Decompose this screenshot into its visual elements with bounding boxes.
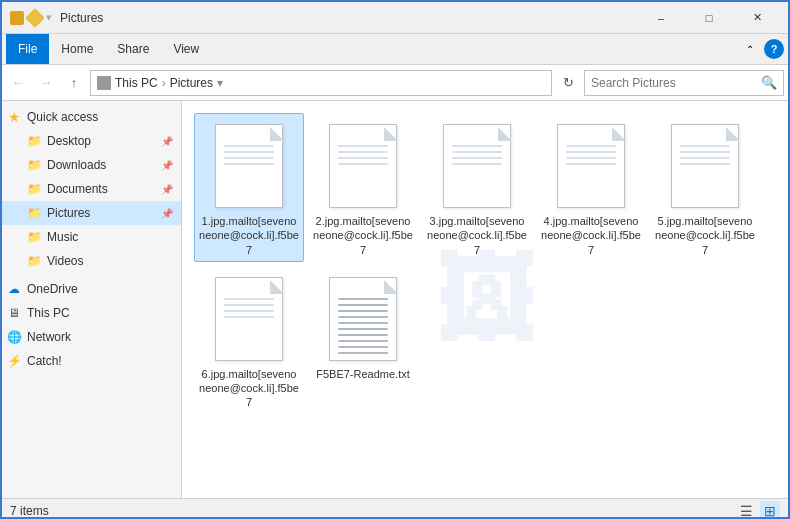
sidebar-label-desktop: Desktop — [47, 134, 156, 148]
file-icon — [555, 122, 627, 210]
path-dropdown[interactable]: ▾ — [217, 76, 223, 90]
sidebar-item-network[interactable]: 🌐 Network — [2, 325, 181, 349]
sidebar-label-onedrive: OneDrive — [27, 282, 173, 296]
ribbon-expand: ⌃ ? — [740, 39, 784, 59]
sidebar-item-onedrive[interactable]: ☁ OneDrive — [2, 277, 181, 301]
folder-downloads-icon: 📁 — [26, 157, 42, 173]
ribbon: File Home Share View ⌃ ? — [2, 34, 788, 65]
tab-file[interactable]: File — [6, 34, 49, 64]
pin-downloads-icon: 📌 — [161, 160, 173, 171]
maximize-button[interactable]: □ — [686, 2, 732, 34]
network-icon: 🌐 — [6, 329, 22, 345]
path-pictures[interactable]: Pictures — [170, 76, 213, 90]
file-name: 2.jpg.mailto[sevenoneone@cock.li].f5be7 — [313, 214, 413, 257]
quick-access-section-icon: ★ — [6, 109, 22, 125]
large-icon-view-button[interactable]: ⊞ — [760, 501, 780, 520]
pin-pictures-icon: 📌 — [161, 208, 173, 219]
file-name: 1.jpg.mailto[sevenoneone@cock.li].f5be7 — [199, 214, 299, 257]
sidebar-label-this-pc: This PC — [27, 306, 173, 320]
sidebar-label-videos: Videos — [47, 254, 173, 268]
folder-pictures-icon: 📁 — [26, 205, 42, 221]
folder-videos-icon: 📁 — [26, 253, 42, 269]
file-icon — [669, 122, 741, 210]
search-icon: 🔍 — [761, 75, 777, 90]
file-name: 6.jpg.mailto[sevenoneone@cock.li].f5be7 — [199, 367, 299, 410]
file-icon — [441, 122, 513, 210]
sidebar-label-network: Network — [27, 330, 173, 344]
minimize-button[interactable]: – — [638, 2, 684, 34]
onedrive-icon: ☁ — [6, 281, 22, 297]
folder-music-icon: 📁 — [26, 229, 42, 245]
content-area: 🖼 1.jpg.mailto[sevenoneone@cock.li].f5be… — [182, 101, 788, 498]
tab-home[interactable]: Home — [49, 34, 105, 64]
file-icon — [213, 275, 285, 363]
file-item[interactable]: 5.jpg.mailto[sevenoneone@cock.li].f5be7 — [650, 113, 760, 262]
main-layout: ★ Quick access 📁 Desktop 📌 📁 Downloads 📌… — [2, 101, 788, 498]
search-box[interactable]: 🔍 — [584, 70, 784, 96]
sidebar-item-documents[interactable]: 📁 Documents 📌 — [2, 177, 181, 201]
ribbon-tabs: File Home Share View ⌃ ? — [2, 34, 788, 64]
file-icon — [327, 122, 399, 210]
file-icon — [213, 122, 285, 210]
path-sep-1: › — [162, 76, 166, 90]
sidebar-label-music: Music — [47, 230, 173, 244]
tab-share[interactable]: Share — [105, 34, 161, 64]
sidebar-item-catch[interactable]: ⚡ Catch! — [2, 349, 181, 373]
path-this-pc[interactable]: This PC — [115, 76, 158, 90]
search-input[interactable] — [591, 76, 757, 90]
sidebar-item-downloads[interactable]: 📁 Downloads 📌 — [2, 153, 181, 177]
computer-icon — [97, 76, 111, 90]
file-name: 4.jpg.mailto[sevenoneone@cock.li].f5be7 — [541, 214, 641, 257]
file-item[interactable]: 4.jpg.mailto[sevenoneone@cock.li].f5be7 — [536, 113, 646, 262]
sidebar-section-quick-access[interactable]: ★ Quick access — [2, 105, 181, 129]
up-button[interactable]: ↑ — [62, 71, 86, 95]
view-controls: ☰ ⊞ — [736, 501, 780, 520]
toolbar-separator: ▾ — [46, 11, 52, 24]
ribbon-collapse-button[interactable]: ⌃ — [740, 39, 760, 59]
sidebar-item-desktop[interactable]: 📁 Desktop 📌 — [2, 129, 181, 153]
close-button[interactable]: ✕ — [734, 2, 780, 34]
back-button[interactable]: ← — [6, 71, 30, 95]
sidebar-item-pictures[interactable]: 📁 Pictures 📌 — [2, 201, 181, 225]
thispc-icon: 🖥 — [6, 305, 22, 321]
file-item[interactable]: 2.jpg.mailto[sevenoneone@cock.li].f5be7 — [308, 113, 418, 262]
file-item[interactable]: 1.jpg.mailto[sevenoneone@cock.li].f5be7 — [194, 113, 304, 262]
sidebar: ★ Quick access 📁 Desktop 📌 📁 Downloads 📌… — [2, 101, 182, 498]
folder-desktop-icon: 📁 — [26, 133, 42, 149]
title-bar-icons: ▾ — [10, 11, 52, 25]
sidebar-item-videos[interactable]: 📁 Videos — [2, 249, 181, 273]
save-icon[interactable] — [25, 8, 45, 28]
refresh-button[interactable]: ↻ — [556, 71, 580, 95]
pin-desktop-icon: 📌 — [161, 136, 173, 147]
sidebar-item-this-pc[interactable]: 🖥 This PC — [2, 301, 181, 325]
file-name: F5BE7-Readme.txt — [316, 367, 410, 381]
forward-button[interactable]: → — [34, 71, 58, 95]
sidebar-item-music[interactable]: 📁 Music — [2, 225, 181, 249]
quick-access-icon[interactable] — [10, 11, 24, 25]
file-item[interactable]: 6.jpg.mailto[sevenoneone@cock.li].f5be7 — [194, 266, 304, 415]
sidebar-section-label-quick-access: Quick access — [27, 110, 173, 124]
file-grid: 1.jpg.mailto[sevenoneone@cock.li].f5be72… — [190, 109, 780, 419]
list-view-button[interactable]: ☰ — [736, 501, 756, 520]
file-item[interactable]: 3.jpg.mailto[sevenoneone@cock.li].f5be7 — [422, 113, 532, 262]
file-icon — [327, 275, 399, 363]
help-button[interactable]: ? — [764, 39, 784, 59]
sidebar-label-documents: Documents — [47, 182, 156, 196]
item-count: 7 items — [10, 504, 49, 518]
folder-docs-icon: 📁 — [26, 181, 42, 197]
sidebar-label-pictures: Pictures — [47, 206, 156, 220]
file-item[interactable]: F5BE7-Readme.txt — [308, 266, 418, 415]
file-name: 5.jpg.mailto[sevenoneone@cock.li].f5be7 — [655, 214, 755, 257]
title-bar: ▾ Pictures – □ ✕ — [2, 2, 788, 34]
address-bar: ← → ↑ This PC › Pictures ▾ ↻ 🔍 — [2, 65, 788, 101]
file-name: 3.jpg.mailto[sevenoneone@cock.li].f5be7 — [427, 214, 527, 257]
catch-icon: ⚡ — [6, 353, 22, 369]
tab-view[interactable]: View — [161, 34, 211, 64]
sidebar-label-catch: Catch! — [27, 354, 173, 368]
address-path[interactable]: This PC › Pictures ▾ — [90, 70, 552, 96]
window-title: Pictures — [60, 11, 638, 25]
pin-docs-icon: 📌 — [161, 184, 173, 195]
status-bar: 7 items ☰ ⊞ — [2, 498, 788, 519]
window-controls: – □ ✕ — [638, 2, 780, 34]
sidebar-label-downloads: Downloads — [47, 158, 156, 172]
